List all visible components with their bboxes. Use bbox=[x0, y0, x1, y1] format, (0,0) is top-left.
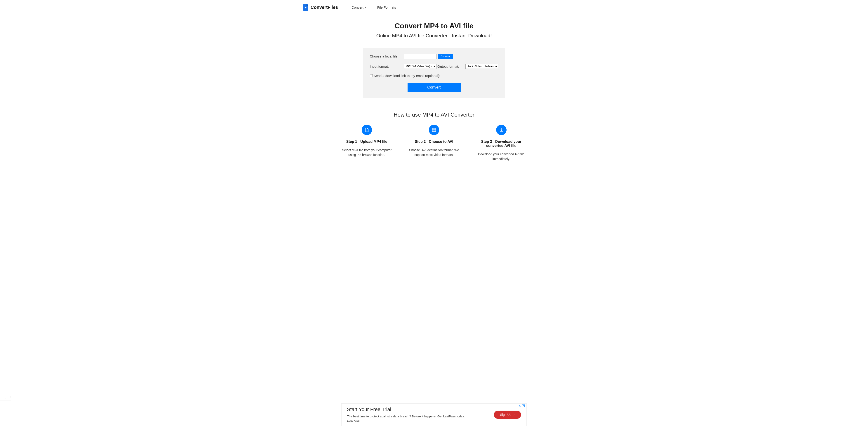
choose-file-label: Choose a local file: bbox=[370, 54, 404, 58]
browse-button[interactable]: Browse bbox=[438, 54, 453, 59]
step-2-desc: Choose .AVI destination format. We suppo… bbox=[405, 148, 463, 157]
converter-panel: Choose a local file: Browse Input format… bbox=[363, 48, 505, 98]
svg-rect-0 bbox=[432, 129, 434, 130]
nav-file-formats-label: File Formats bbox=[377, 5, 396, 9]
page-subtitle: Online MP4 to AVI file Converter - Insta… bbox=[303, 33, 565, 39]
input-format-label: Input format: bbox=[370, 64, 404, 68]
step-1-title: Step 1 - Upload MP4 file bbox=[338, 140, 396, 144]
steps-row: Step 1 - Upload MP4 file Select MP4 file… bbox=[338, 125, 530, 161]
nav-file-formats[interactable]: File Formats bbox=[377, 5, 396, 9]
howto-title: How to use MP4 to AVI Converter bbox=[338, 112, 530, 118]
file-path-input[interactable] bbox=[404, 54, 436, 59]
svg-rect-3 bbox=[434, 130, 436, 132]
email-checkbox-row[interactable]: Send a download link to my email (option… bbox=[370, 74, 498, 78]
logo[interactable]: ConvertFiles bbox=[303, 4, 338, 11]
input-format-select[interactable]: MPEG-4 Video File(.mp4) bbox=[404, 64, 436, 69]
step-3-title: Step 3 - Download your converted AVI fil… bbox=[472, 140, 530, 148]
howto-section: How to use MP4 to AVI Converter Step 1 -… bbox=[338, 112, 530, 161]
step-2: Step 2 - Choose to AVI Choose .AVI desti… bbox=[405, 125, 463, 161]
step-3: Step 3 - Download your converted AVI fil… bbox=[472, 125, 530, 161]
file-icon bbox=[362, 125, 372, 135]
grid-icon bbox=[429, 125, 439, 135]
page-title: Convert MP4 to AVI file bbox=[303, 22, 565, 30]
logo-text: ConvertFiles bbox=[311, 5, 338, 10]
output-format-select[interactable]: Audio Video Interleave File ( bbox=[465, 64, 498, 69]
step-3-desc: Download your converted AVI file immedia… bbox=[472, 152, 530, 161]
email-checkbox[interactable] bbox=[370, 74, 373, 77]
email-checkbox-label: Send a download link to my email (option… bbox=[374, 74, 440, 78]
step-1: Step 1 - Upload MP4 file Select MP4 file… bbox=[338, 125, 396, 161]
output-format-label: Output format: bbox=[437, 64, 459, 68]
nav-convert-label: Convert bbox=[351, 5, 364, 9]
svg-rect-2 bbox=[432, 130, 434, 132]
convert-button[interactable]: Convert bbox=[408, 83, 461, 92]
logo-icon bbox=[303, 4, 308, 11]
svg-rect-1 bbox=[434, 129, 436, 130]
step-2-title: Step 2 - Choose to AVI bbox=[405, 140, 463, 144]
site-header: ConvertFiles Convert ▾ File Formats bbox=[0, 0, 868, 15]
step-1-desc: Select MP4 file from your computer using… bbox=[338, 148, 396, 157]
main-content: Convert MP4 to AVI file Online MP4 to AV… bbox=[298, 15, 569, 189]
download-icon bbox=[496, 125, 506, 135]
chevron-down-icon: ▾ bbox=[365, 6, 366, 9]
main-nav: Convert ▾ File Formats bbox=[351, 5, 396, 9]
nav-convert[interactable]: Convert ▾ bbox=[351, 5, 366, 9]
